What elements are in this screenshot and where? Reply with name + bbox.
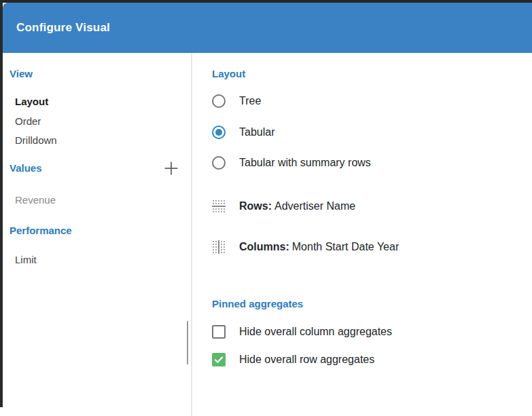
rows-field-value: Advertiser Name	[274, 200, 355, 212]
columns-field[interactable]: Columns:Month Start Date Year	[212, 240, 399, 254]
layout-settings-panel: Layout Tree Tabular Tabular with summary…	[192, 53, 532, 416]
sidebar-item-limit[interactable]: Limit	[15, 254, 37, 265]
checkbox-label: Hide overall row aggregates	[239, 354, 374, 366]
checkbox-icon[interactable]	[212, 325, 226, 339]
configure-visual-dialog: Configure Visual View Layout Order Drill…	[3, 3, 532, 416]
app-frame-left-edge	[0, 0, 3, 407]
radio-label: Tabular with summary rows	[239, 157, 371, 169]
plus-icon	[163, 160, 179, 179]
radio-button-icon[interactable]	[212, 94, 226, 108]
checkbox-label: Hide overall column aggregates	[239, 326, 392, 338]
sidebar-section-view: View	[10, 68, 33, 79]
columns-field-value: Month Start Date Year	[292, 241, 399, 252]
add-value-button[interactable]	[162, 160, 181, 179]
columns-field-label: Columns:	[239, 241, 289, 252]
sidebar-item-order[interactable]: Order	[15, 115, 41, 127]
dialog-header: Configure Visual	[3, 3, 532, 53]
sidebar-item-drilldown[interactable]: Drilldown	[15, 134, 57, 146]
sidebar-item-revenue[interactable]: Revenue	[15, 194, 56, 206]
sidebar-scrollbar[interactable]	[187, 321, 188, 364]
checkbox-hide-row-aggregates[interactable]: Hide overall row aggregates	[212, 353, 374, 366]
pinned-aggregates-heading: Pinned aggregates	[212, 298, 303, 309]
radio-button-icon[interactable]	[212, 126, 226, 139]
checkbox-hide-column-aggregates[interactable]: Hide overall column aggregates	[212, 325, 392, 339]
layout-section-heading: Layout	[212, 68, 245, 79]
radio-button-icon[interactable]	[212, 156, 226, 170]
radio-option-tabular[interactable]: Tabular	[212, 126, 274, 139]
columns-field-text: Columns:Month Start Date Year	[239, 241, 399, 253]
checkbox-icon[interactable]	[212, 353, 226, 366]
radio-label: Tabular	[239, 126, 274, 138]
sidebar-section-performance: Performance	[10, 225, 72, 236]
radio-label: Tree	[239, 95, 261, 107]
settings-sidebar: View Layout Order Drilldown Values Reven…	[3, 53, 191, 416]
sidebar-item-layout[interactable]: Layout	[15, 96, 48, 107]
rows-field-label: Rows:	[239, 200, 272, 212]
app-frame-top-edge	[0, 0, 532, 3]
rows-field-text: Rows:Advertiser Name	[239, 200, 355, 212]
dialog-content: View Layout Order Drilldown Values Reven…	[3, 53, 532, 416]
sidebar-section-values: Values	[10, 162, 42, 174]
radio-option-tree[interactable]: Tree	[212, 94, 261, 108]
rows-field[interactable]: Rows:Advertiser Name	[212, 200, 355, 213]
columns-grid-icon	[212, 240, 226, 254]
radio-option-tabular-summary[interactable]: Tabular with summary rows	[212, 156, 371, 170]
rows-grid-icon	[212, 200, 226, 213]
dialog-title: Configure Visual	[16, 21, 110, 35]
